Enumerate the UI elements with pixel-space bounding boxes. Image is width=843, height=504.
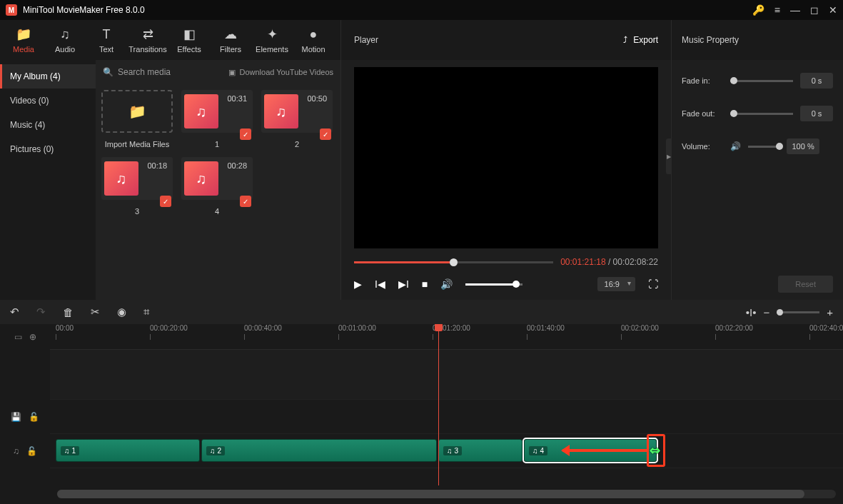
- transitions-icon: ⇄: [143, 26, 153, 42]
- play-button[interactable]: ▶: [354, 278, 362, 290]
- music-note-icon: ♫: [184, 161, 218, 196]
- split-button[interactable]: ✂: [91, 306, 100, 318]
- titlebar: M MiniTool MovieMaker Free 8.0.0 🔑 ≡ — ◻…: [0, 0, 843, 20]
- aspect-ratio-select[interactable]: 16:9: [597, 277, 635, 291]
- app-logo: M: [6, 4, 17, 16]
- download-youtube-link[interactable]: ▣ Download YouTube Videos: [228, 68, 334, 77]
- zoom-in-button[interactable]: +: [827, 306, 833, 318]
- tab-transitions[interactable]: ⇄Transitions: [127, 20, 168, 60]
- trim-arrow-annotation: [562, 449, 647, 452]
- check-icon: ✓: [240, 196, 251, 207]
- tab-audio[interactable]: ♫Audio: [44, 20, 86, 60]
- next-frame-button[interactable]: ▶I: [398, 278, 409, 290]
- maximize-icon[interactable]: ◻: [810, 4, 819, 16]
- fade-out-slider[interactable]: [730, 113, 793, 115]
- media-item-4[interactable]: ♫00:28✓ 4: [181, 157, 253, 216]
- filters-icon: ☁: [224, 26, 237, 42]
- media-item-1[interactable]: ♫00:31✓ 1: [181, 90, 253, 148]
- album-myalbum[interactable]: My Album (4): [0, 64, 96, 89]
- lock-track-icon[interactable]: 🔓: [29, 412, 39, 422]
- fade-out-value[interactable]: 0 s: [800, 106, 833, 121]
- playhead[interactable]: [438, 324, 439, 485]
- minimize-icon[interactable]: —: [790, 4, 800, 16]
- app-title: MiniTool MovieMaker Free 8.0.0: [23, 5, 145, 15]
- tab-motion[interactable]: ●Motion: [293, 20, 334, 60]
- volume-label: Volume:: [682, 142, 723, 151]
- zoom-slider[interactable]: [777, 311, 819, 313]
- export-icon: ⤴: [623, 35, 627, 45]
- trim-cursor-icon: ⇔: [650, 443, 660, 458]
- playback-progress[interactable]: [354, 261, 553, 263]
- import-media-card[interactable]: 📁 Import Media Files: [101, 90, 173, 148]
- text-icon: T: [103, 27, 111, 42]
- tab-effects[interactable]: ◧Effects: [168, 20, 210, 60]
- elements-icon: ✦: [267, 26, 278, 42]
- volume-prop-value[interactable]: 100 %: [787, 138, 819, 154]
- youtube-icon: ▣: [228, 68, 236, 77]
- music-icon: ♫: [60, 27, 70, 42]
- player-title: Player: [354, 35, 378, 45]
- prev-frame-button[interactable]: I◀: [375, 278, 385, 290]
- motion-icon: ●: [310, 27, 318, 42]
- check-icon: ✓: [320, 128, 331, 140]
- music-clip-1[interactable]: ♫ 1: [56, 439, 200, 462]
- album-list: My Album (4) Videos (0) Music (4) Pictur…: [0, 60, 96, 300]
- tool-tabs: 📁Media ♫Audio TText ⇄Transitions ◧Effect…: [0, 20, 340, 60]
- folder-plus-icon: 📁: [128, 103, 146, 120]
- video-preview[interactable]: [354, 67, 658, 248]
- redo-button[interactable]: ↷: [36, 306, 46, 318]
- fit-zoom-button[interactable]: •I•: [746, 306, 757, 318]
- export-button[interactable]: ⤴ Export: [623, 35, 658, 45]
- delete-button[interactable]: 🗑: [63, 306, 74, 318]
- key-icon[interactable]: 🔑: [752, 4, 764, 16]
- music-clip-2[interactable]: ♫ 2: [201, 439, 437, 462]
- zoom-out-button[interactable]: −: [763, 306, 769, 318]
- stop-button[interactable]: ■: [422, 278, 428, 290]
- undo-button[interactable]: ↶: [10, 306, 19, 318]
- folder-icon: 📁: [16, 26, 31, 42]
- menu-icon[interactable]: ≡: [774, 4, 780, 16]
- tab-text[interactable]: TText: [86, 20, 127, 60]
- tab-filters[interactable]: ☁Filters: [210, 20, 251, 60]
- timeline-scrollbar[interactable]: [57, 490, 836, 498]
- volume-prop-slider[interactable]: [748, 146, 779, 148]
- music-track[interactable]: ♫ 1 ♫ 2 ♫ 3 ♫ 4 ⇔: [50, 434, 843, 468]
- tab-elements[interactable]: ✦Elements: [251, 20, 293, 60]
- thumbnail-toggle-icon[interactable]: ▭: [14, 332, 22, 342]
- fade-in-slider[interactable]: [730, 80, 793, 82]
- music-clip-3[interactable]: ♫ 3: [438, 439, 523, 462]
- check-icon: ✓: [160, 196, 171, 207]
- media-item-3[interactable]: ♫00:18✓ 3: [101, 157, 173, 216]
- fade-in-value[interactable]: 0 s: [800, 73, 833, 89]
- crop-button[interactable]: ⌗: [143, 306, 149, 318]
- volume-icon[interactable]: 🔊: [440, 278, 453, 290]
- speed-button[interactable]: ◉: [117, 306, 126, 318]
- timeline-ruler[interactable]: 00:00 00:00:20:00 00:00:40:00 00:01:00:0…: [50, 324, 843, 350]
- video-track[interactable]: [50, 350, 843, 400]
- media-item-2[interactable]: ♫00:50✓ 2: [261, 90, 333, 148]
- music-note-icon: ♫: [184, 94, 218, 128]
- thumbnail-add-icon[interactable]: ⊕: [29, 332, 36, 342]
- search-media[interactable]: 🔍 Search media: [103, 67, 171, 77]
- tab-media[interactable]: 📁Media: [3, 20, 44, 60]
- save-track-icon[interactable]: 💾: [11, 412, 21, 422]
- check-icon: ✓: [240, 128, 251, 140]
- volume-slider[interactable]: [465, 283, 523, 286]
- album-music[interactable]: Music (4): [0, 113, 96, 137]
- music-track-icon: ♫: [13, 446, 19, 456]
- fade-in-label: Fade in:: [682, 76, 723, 85]
- playback-time: 00:01:21:18 / 00:02:08:22: [560, 257, 658, 267]
- overlay-track[interactable]: [50, 400, 843, 434]
- search-icon: 🔍: [103, 67, 113, 77]
- fade-out-label: Fade out:: [682, 109, 723, 118]
- album-pictures[interactable]: Pictures (0): [0, 137, 96, 161]
- collapse-panel-button[interactable]: ▶: [666, 138, 672, 174]
- close-icon[interactable]: ✕: [829, 4, 837, 16]
- album-videos[interactable]: Videos (0): [0, 89, 96, 113]
- effects-icon: ◧: [183, 26, 196, 42]
- property-title: Music Property: [672, 20, 843, 60]
- reset-button[interactable]: Reset: [778, 276, 833, 293]
- fullscreen-button[interactable]: ⛶: [648, 278, 658, 290]
- lock-music-icon[interactable]: 🔓: [26, 446, 37, 456]
- speaker-icon[interactable]: 🔊: [730, 141, 741, 151]
